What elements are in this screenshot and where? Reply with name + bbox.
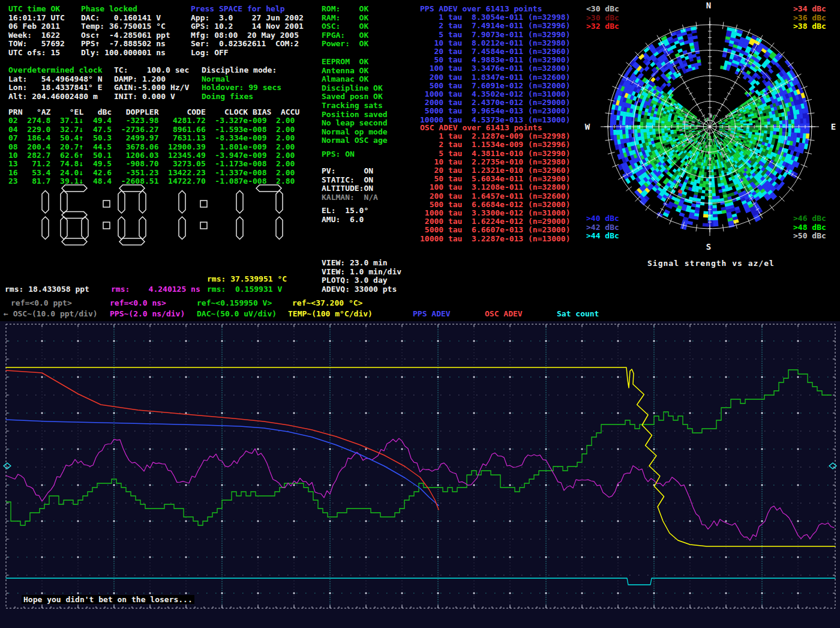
osc-adev-row: 2000 tau 1.6224e-012 (n=29000) [420, 217, 570, 226]
osc-adev-row: 500 tau 6.6684e-012 (n=32000) [420, 201, 570, 209]
plot-scale-pps-label: PPS~(2.0 ns/div) [110, 309, 185, 318]
pps-adev-row: 200 tau 1.8347e-011 (n=32600) [420, 73, 570, 82]
selftest-line: FPGA: OK [322, 31, 368, 40]
mask-line: EL: 15.0° [322, 207, 368, 216]
pps-adev-row: 2000 tau 2.4370e-012 (n=29000) [420, 98, 570, 107]
pps-adev-row: 10 tau 8.0212e-011 (n=32980) [420, 39, 570, 47]
rms-pps-readout: rms: 4.240125 ns [111, 285, 200, 294]
view-settings-panel: VIEW: 23.0 minVIEW: 1.0 min/divPLOTQ: 3.… [322, 259, 401, 294]
osc-adev-row: 1000 tau 3.3300e-012 (n=31000) [420, 209, 570, 217]
dbc-legend-item: >40 dBc [586, 214, 619, 223]
loop-param-line: INIT: 0.000 V [114, 92, 189, 101]
filter-line: STATIC: ON [322, 176, 378, 185]
version-line: Press SPACE for help [191, 5, 304, 14]
filter-line: ALTITUDE:ON [322, 184, 378, 193]
receiver-status-line: EEPROM OK [322, 58, 388, 67]
version-line: Mfg: 08:00 20 May 2005 [191, 31, 304, 40]
receiver-status-line: Normal op mode [322, 128, 388, 137]
dbc-legend-item: >32 dBc [586, 22, 619, 31]
dbc-legend-item: >50 dBc [793, 232, 826, 241]
discipline-line: Discipline mode: [202, 66, 281, 75]
dbc-legend-item: >38 dBc [793, 22, 826, 31]
osc-adev-row: 100 tau 3.1208e-011 (n=32800) [420, 183, 570, 192]
dbc-legend-item: >30 dBc [586, 14, 619, 23]
filter-panel: PV: ONSTATIC: ONALTITUDE:ONKALMAN: N/A [322, 167, 378, 202]
loop-params-panel: TC: 100.0 secDAMP: 1.200GAIN:-5.000 Hz/V… [114, 66, 189, 101]
plot-ref-temp-label: ref~<37.200 °C> [292, 298, 362, 307]
osc-adev-row: 1 tau 2.1287e-009 (n=32998) [420, 132, 570, 140]
osc-adev-row: 10000 tau 3.2287e-013 (n=13000) [420, 235, 570, 243]
selftest-line: RAM: OK [322, 14, 368, 23]
plot-scale-dac-label: DAC~(50.0 uV/div) [197, 309, 277, 318]
plot-osc-adev-label: OSC ADEV [485, 309, 523, 318]
rms-temp-readout: rms: 37.539951 °C [207, 274, 287, 283]
position-line: Overdetermined clock [8, 66, 103, 75]
dbc-legend-top-left: <30 dBc>30 dBc>32 dBc [586, 5, 619, 31]
dbc-legend-bottom-left: >40 dBc>42 dBc>44 dBc [586, 214, 619, 241]
receiver-status-line: No leap second [322, 119, 388, 128]
oscillator-status-line: Osc↑ -4.285061 ppt [81, 31, 170, 40]
version-line: Log: OFF [191, 49, 304, 58]
discipline-mode-panel: Discipline mode:NormalHoldover: 99 secsD… [202, 66, 281, 101]
utc-status-line: UTC time OK [8, 5, 65, 14]
pps-state-panel: PPS: ON [322, 150, 355, 159]
selftest-line: Power: OK [322, 40, 368, 49]
satellite-table: PRN °AZ °EL dBc DOPPLER CODE CLOCK BIAS … [8, 108, 299, 186]
oscillator-status-line: DAC: 0.160141 V [81, 14, 170, 23]
utc-status-line: UTC ofs: 15 [8, 49, 65, 58]
position-panel: Overdetermined clockLat: 54.4964948° NLo… [8, 66, 103, 101]
loop-param-line: GAIN:-5.000 Hz/V [114, 83, 189, 92]
receiver-status-line: Almanac OK [322, 75, 388, 84]
rms-osc-readout: rms: 18.433058 ppt [5, 285, 89, 294]
position-line: Alt: 204.46002480 m [8, 92, 103, 101]
compass-e-label: E [831, 122, 836, 131]
plot-scale-osc-label: ← OSC~(10.0 ppt/div) [4, 309, 98, 318]
version-line: App: 3.0 27 Jun 2002 [191, 14, 304, 23]
loop-param-line: TC: 100.0 sec [114, 66, 189, 75]
receiver-status-line: Saved posn OK [322, 92, 388, 101]
osc-adev-row: OSC ADEV over 61413 points [420, 124, 570, 132]
loop-param-line: DAMP: 1.200 [114, 75, 189, 84]
osc-adev-row: 10 tau 2.2735e-010 (n=32980) [420, 158, 570, 166]
plot-pps-adev-label: PPS ADEV [413, 309, 451, 318]
version-line: GPS: 10.2 14 Nov 2001 [191, 22, 304, 31]
osc-adev-row: 50 tau 5.6034e-011 (n=32900) [420, 175, 570, 183]
pps-adev-row: 20 tau 7.4584e-011 (n=32960) [420, 47, 570, 56]
version-line: Ser: 0.82362611 COM:2 [191, 40, 304, 49]
pps-adev-row: PPS ADEV over 61413 points [420, 5, 570, 13]
satellite-row: 23 81.7 39.1↓ 48.4 -2608.51 14722.70 -1.… [8, 177, 299, 186]
satellite-row: PRN °AZ °EL dBc DOPPLER CODE CLOCK BIAS … [8, 108, 299, 116]
view-line: PLOTQ: 3.0 day [322, 276, 401, 285]
oscillator-status-line: Phase locked [81, 5, 170, 14]
satellite-row: 07 186.4 50.4↑ 50.3 2499.97 7631.13 -8.3… [8, 134, 299, 142]
mask-panel: EL: 15.0°AMU: 6.0 [322, 207, 368, 224]
satellite-row: 08 200.4 20.7↑ 44.5 3678.06 12900.39 1.8… [8, 143, 299, 151]
filter-line: PV: ON [322, 167, 378, 176]
utc-status-line: Week: 1622 [8, 31, 65, 40]
view-line: ADEVQ: 33000 pts [322, 285, 401, 294]
osc-adev-row: 5000 tau 6.6607e-013 (n=23000) [420, 226, 570, 234]
pps-adev-table: PPS ADEV over 61413 points 1 tau 8.3054e… [420, 5, 570, 124]
dbc-legend-item: >48 dBc [793, 223, 826, 232]
receiver-status-line: Position saved [322, 110, 388, 119]
utc-status-line: 06 Feb 2011 [8, 22, 65, 31]
osc-adev-row: 20 tau 1.2321e-010 (n=32960) [420, 166, 570, 175]
dbc-legend-top-right: >34 dBc>36 dBc>38 dBc [793, 5, 826, 31]
pps-state-line: PPS: ON [322, 150, 355, 159]
dbc-legend-item: >34 dBc [793, 5, 826, 14]
version-help-panel: Press SPACE for helpApp: 3.0 27 Jun 2002… [191, 5, 304, 58]
oscillator-status-line: PPS↑ -7.888502 ns [81, 40, 170, 49]
utc-status-line: TOW: 57692 [8, 40, 65, 49]
plot-ref-osc-label: ref=<0.0 ppt> [11, 298, 72, 307]
utc-status-panel: UTC time OK16:01:17 UTC06 Feb 2011Week: … [8, 5, 65, 58]
receiver-status-line: Normal OSC age [322, 136, 388, 145]
plot-ref-dac-label: ref~<0.159950 V> [197, 298, 272, 307]
polar-caption: Signal strength vs az/el [647, 259, 775, 268]
position-line: Lat: 54.4964948° N [8, 75, 103, 84]
osc-adev-row: 2 tau 1.1534e-009 (n=32996) [420, 140, 570, 149]
dbc-legend-bottom-right: >46 dBc>48 dBc>50 dBc [793, 214, 826, 241]
pps-adev-row: 100 tau 3.3476e-011 (n=32800) [420, 64, 570, 73]
pps-adev-row: 50 tau 4.9883e-011 (n=32900) [420, 56, 570, 64]
compass-n-label: N [706, 1, 711, 10]
dbc-legend-item: <30 dBc [586, 5, 619, 14]
